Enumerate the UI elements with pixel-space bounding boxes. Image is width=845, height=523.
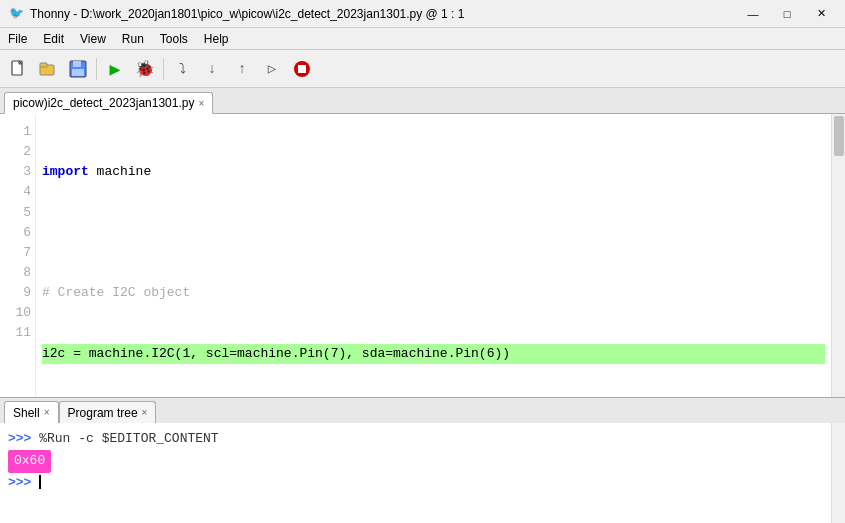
debug-button[interactable]: 🐞 bbox=[131, 55, 159, 83]
toolbar-separator-2 bbox=[163, 58, 164, 80]
toolbar: ▶ 🐞 ⤵ ↓ ↑ ▷ bbox=[0, 50, 845, 88]
resume-button[interactable]: ▷ bbox=[258, 55, 286, 83]
toolbar-separator-1 bbox=[96, 58, 97, 80]
bottom-tab-bar: Shell × Program tree × bbox=[0, 397, 845, 423]
scrollbar-thumb[interactable] bbox=[834, 116, 844, 156]
shell-content[interactable]: >>> %Run -c $EDITOR_CONTENT 0x60 >>> bbox=[0, 423, 831, 523]
menu-run[interactable]: Run bbox=[114, 30, 152, 48]
code-line-3: # Create I2C object bbox=[42, 283, 825, 303]
program-tree-tab-close[interactable]: × bbox=[142, 407, 148, 418]
program-tree-tab-label: Program tree bbox=[68, 406, 138, 420]
code-line-4: i2c = machine.I2C(1, scl=machine.Pin(7),… bbox=[42, 344, 825, 364]
shell-prompt-2: >>> bbox=[8, 475, 31, 490]
shell-result-line: 0x60 bbox=[8, 450, 823, 473]
program-tree-tab[interactable]: Program tree × bbox=[59, 401, 157, 423]
shell-tab-close[interactable]: × bbox=[44, 407, 50, 418]
menu-view[interactable]: View bbox=[72, 30, 114, 48]
editor-tab-main[interactable]: picow)i2c_detect_2023jan1301.py × bbox=[4, 92, 213, 114]
code-line-2 bbox=[42, 223, 825, 243]
svg-rect-5 bbox=[72, 69, 84, 76]
new-file-button[interactable] bbox=[4, 55, 32, 83]
shell-area: >>> %Run -c $EDITOR_CONTENT 0x60 >>> bbox=[0, 423, 845, 523]
minimize-button[interactable]: — bbox=[737, 3, 769, 25]
step-over-button[interactable]: ⤵ bbox=[168, 55, 196, 83]
save-file-button[interactable] bbox=[64, 55, 92, 83]
editor-area: 1 2 3 4 5 6 7 8 9 10 11 import machine #… bbox=[0, 114, 845, 397]
menu-file[interactable]: File bbox=[0, 30, 35, 48]
editor-tab-close[interactable]: × bbox=[198, 98, 204, 109]
close-button[interactable]: ✕ bbox=[805, 3, 837, 25]
maximize-button[interactable]: □ bbox=[771, 3, 803, 25]
shell-prompt-1: >>> bbox=[8, 431, 31, 446]
app-icon: 🐦 bbox=[8, 6, 24, 22]
shell-command: %Run -c $EDITOR_CONTENT bbox=[39, 431, 218, 446]
shell-tab[interactable]: Shell × bbox=[4, 401, 59, 423]
stop-button[interactable] bbox=[288, 55, 316, 83]
shell-tab-label: Shell bbox=[13, 406, 40, 420]
svg-rect-2 bbox=[40, 63, 47, 67]
window-controls: — □ ✕ bbox=[737, 3, 837, 25]
step-out-button[interactable]: ↑ bbox=[228, 55, 256, 83]
svg-rect-4 bbox=[73, 61, 81, 67]
shell-command-line: >>> %Run -c $EDITOR_CONTENT bbox=[8, 429, 823, 450]
step-into-button[interactable]: ↓ bbox=[198, 55, 226, 83]
code-editor[interactable]: import machine # Create I2C object i2c =… bbox=[36, 114, 831, 397]
editor-tab-label: picow)i2c_detect_2023jan1301.py bbox=[13, 96, 194, 110]
menu-bar: File Edit View Run Tools Help bbox=[0, 28, 845, 50]
open-file-button[interactable] bbox=[34, 55, 62, 83]
line-numbers: 1 2 3 4 5 6 7 8 9 10 11 bbox=[0, 114, 36, 397]
shell-result-badge: 0x60 bbox=[8, 450, 51, 473]
svg-rect-7 bbox=[298, 65, 306, 73]
window-title: Thonny - D:\work_2020jan1801\pico_w\pico… bbox=[30, 7, 737, 21]
menu-edit[interactable]: Edit bbox=[35, 30, 72, 48]
shell-scrollbar[interactable] bbox=[831, 423, 845, 523]
shell-cursor bbox=[39, 475, 41, 489]
code-line-1: import machine bbox=[42, 162, 825, 182]
menu-tools[interactable]: Tools bbox=[152, 30, 196, 48]
menu-help[interactable]: Help bbox=[196, 30, 237, 48]
editor-scrollbar[interactable] bbox=[831, 114, 845, 397]
editor-tab-bar: picow)i2c_detect_2023jan1301.py × bbox=[0, 88, 845, 114]
title-bar: 🐦 Thonny - D:\work_2020jan1801\pico_w\pi… bbox=[0, 0, 845, 28]
shell-input-line[interactable]: >>> bbox=[8, 473, 823, 494]
run-button[interactable]: ▶ bbox=[101, 55, 129, 83]
